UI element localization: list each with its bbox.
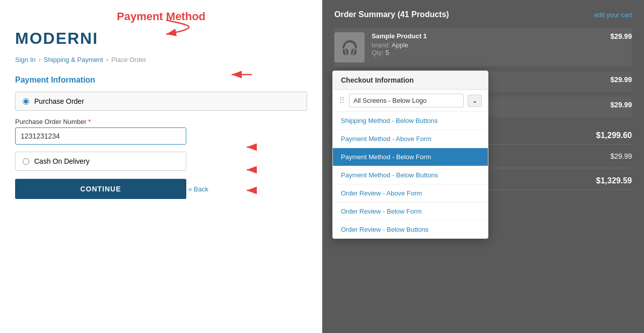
breadcrumb-sep2: › [106, 56, 108, 63]
continue-button[interactable]: CONTINUE [15, 179, 186, 199]
dropdown-select[interactable]: All Screens - Below Logo [349, 94, 464, 107]
product-info-1: Sample Product 1 brand: Apple Qty: 5 [372, 32, 605, 56]
product-price-3: $29.99 [610, 101, 632, 109]
purchase-order-input[interactable] [15, 127, 186, 145]
purchase-order-number-label: Purchase Order Number * [15, 118, 307, 125]
logo: MODERNI [15, 29, 307, 48]
dropdown-item-4[interactable]: Order Review - Above Form [333, 184, 488, 203]
order-title: Order Summary (41 Products) [334, 10, 449, 19]
left-panel: Payment Method MODERNI Sign In › Shippin… [0, 0, 322, 333]
logo-text: MODERNI [15, 29, 98, 47]
product-brand-1: brand: Apple [372, 41, 605, 49]
annotation-title: Payment Method [15, 10, 307, 23]
dropdown-item-6[interactable]: Order Review - Below Buttons [333, 221, 488, 238]
breadcrumb-sep1: › [38, 56, 40, 63]
product-image-1: 🎧 [334, 32, 365, 62]
right-panel: Order Summary (41 Products) edit your ca… [322, 0, 644, 333]
grand-total-excl-val: $1,299.60 [596, 131, 632, 140]
purchase-order-number-group: Purchase Order Number * [15, 118, 307, 145]
breadcrumb-shipping[interactable]: Shipping & Payment [44, 56, 103, 63]
dropdown-item-2[interactable]: Payment Method - Below Form [333, 148, 488, 166]
dropdown-title: Checkout Information [333, 71, 488, 90]
breadcrumb-signin[interactable]: Sign In [15, 56, 35, 63]
product-price-2: $29.99 [610, 76, 632, 84]
breadcrumb-place-order: Place Order [111, 56, 146, 63]
drag-handle-icon[interactable]: ⠿ [339, 96, 345, 105]
cash-on-delivery-radio[interactable] [23, 158, 29, 165]
purchase-order-option[interactable]: Purchase Order [15, 92, 307, 111]
grand-total-incl-val: $1,329.59 [596, 176, 632, 185]
dropdown-select-row: ⠿ All Screens - Below Logo ⌄ [333, 90, 488, 112]
product-qty-1: Qty: 5 [372, 49, 605, 56]
purchase-order-radio[interactable] [23, 98, 29, 105]
product-price-1: $29.99 [610, 32, 632, 40]
cash-on-delivery-option[interactable]: Cash On Delivery [15, 152, 186, 171]
required-asterisk: * [88, 118, 91, 125]
checkout-info-dropdown: Checkout Information ⠿ All Screens - Bel… [332, 71, 488, 239]
order-header: Order Summary (41 Products) edit your ca… [334, 10, 632, 19]
headphone-icon: 🎧 [341, 39, 359, 56]
dropdown-item-0[interactable]: Shipping Method - Below Buttons [333, 112, 488, 130]
section-title: Payment Information [15, 76, 307, 85]
product-name-1: Sample Product 1 [372, 32, 605, 40]
product-row-1: 🎧 Sample Product 1 brand: Apple Qty: 5 $… [334, 28, 632, 66]
breadcrumb: Sign In › Shipping & Payment › Place Ord… [15, 56, 307, 63]
edit-cart-link[interactable]: edit your cart [594, 11, 632, 19]
tax-val: $29.99 [610, 152, 632, 160]
dropdown-item-3[interactable]: Payment Method - Below Buttons [333, 166, 488, 184]
dropdown-item-5[interactable]: Order Review - Below Form [333, 203, 488, 221]
purchase-order-label: Purchase Order [34, 97, 84, 105]
dropdown-item-1[interactable]: Payment Method - Above Form [333, 130, 488, 148]
back-link[interactable]: « Back [188, 185, 208, 193]
chevron-down-button[interactable]: ⌄ [468, 95, 482, 107]
cash-on-delivery-label: Cash On Delivery [34, 157, 90, 165]
